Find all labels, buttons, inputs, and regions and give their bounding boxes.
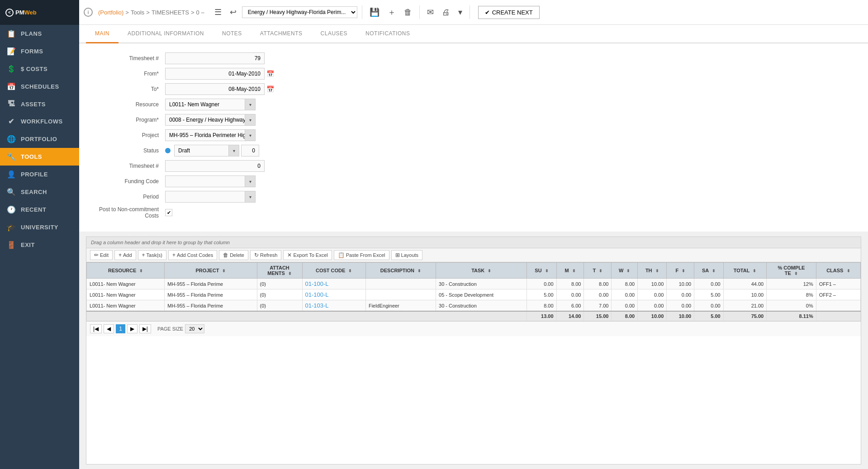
post-checkbox[interactable]: ✔: [165, 209, 172, 216]
from-input[interactable]: [165, 68, 265, 80]
record-dropdown[interactable]: Energy / Heavy Highway-Florida Perim...: [242, 6, 357, 18]
grid-paste-button[interactable]: 📋Paste From Excel: [334, 250, 389, 260]
post-row: Post to Non-commitment Costs ✔: [93, 206, 854, 219]
sidebar-item-university[interactable]: 🎓 UNIVERSITY: [0, 218, 79, 236]
page-prev-button[interactable]: ◀: [104, 324, 114, 333]
tab-additional[interactable]: Additional Information: [119, 25, 213, 43]
sidebar: < PMWeb 📋 PLANS📝 FORMS💲 $ COSTS📅 SCHEDUL…: [0, 0, 79, 469]
grid-refresh-button[interactable]: ↻Refresh: [250, 250, 282, 260]
sidebar-item-search[interactable]: 🔍 SEARCH: [0, 183, 79, 201]
sidebar-item-profile[interactable]: 👤 PROFILE: [0, 166, 79, 183]
save-button[interactable]: 💾: [367, 5, 382, 19]
sidebar-item-exit[interactable]: 🚪 EXIT: [0, 236, 79, 254]
cell-attachments: (0): [257, 279, 302, 289]
grid-delete-button[interactable]: 🗑Delete: [219, 250, 248, 260]
sidebar-item-portfolio[interactable]: 🌐 PORTFOLIO: [0, 130, 79, 148]
col-f: F ⬍: [667, 263, 694, 279]
info-icon[interactable]: i: [84, 8, 93, 17]
cost-code-link[interactable]: 01-100-L: [305, 291, 329, 298]
sidebar-item-costs[interactable]: 💲 $ COSTS: [0, 60, 79, 78]
resource-select[interactable]: L0011- Nem Wagner: [165, 99, 256, 110]
page-first-button[interactable]: |◀: [90, 324, 102, 333]
email-button[interactable]: ✉: [424, 5, 436, 19]
from-calendar-icon[interactable]: 📅: [266, 70, 274, 77]
drag-header: Drag a column header and drop it here to…: [86, 237, 861, 248]
timesheet-input[interactable]: [165, 52, 265, 64]
breadcrumb-portfolio[interactable]: (Portfolio): [98, 9, 123, 16]
totals-row: 13.00 14.00 15.00 8.00 10.00 10.00 5.00 …: [87, 311, 861, 321]
sidebar-item-plans[interactable]: 📋 PLANS: [0, 25, 79, 43]
grid-table-wrap[interactable]: RESOURCE ⬍ PROJECT ⬍ ATTACHMENTS ⬍ COST …: [86, 262, 861, 321]
tab-attachments[interactable]: Attachments: [251, 25, 312, 43]
totals-su: 13.00: [527, 311, 556, 321]
sidebar-item-assets[interactable]: 🏗 ASSETS: [0, 95, 79, 113]
cell-attachments: (0): [257, 300, 302, 312]
form-area: Timesheet # From* 📅 To* 📅 Resource L0011…: [79, 43, 868, 232]
col-sort-class: ⬍: [847, 269, 850, 273]
print-button[interactable]: 🖨: [439, 6, 453, 19]
grid-edit-button[interactable]: ✏Edit: [90, 250, 113, 260]
funding-select[interactable]: [165, 175, 256, 187]
logo-web: Web: [24, 9, 37, 16]
cell-total: 10.00: [723, 289, 766, 300]
page-size-label: PAGE SIZE: [157, 326, 183, 332]
grid-export-button[interactable]: ✕Export To Excel: [283, 250, 332, 260]
check-icon: ✔: [485, 9, 490, 16]
tab-notes[interactable]: Notes: [213, 25, 251, 43]
page-last-button[interactable]: ▶|: [139, 324, 151, 333]
delete-button[interactable]: 🗑: [401, 6, 415, 19]
grid-layouts-button[interactable]: ⊞Layouts: [391, 250, 423, 260]
cost-code-link[interactable]: 01-100-L: [305, 280, 329, 287]
tab-main[interactable]: Main: [86, 25, 119, 43]
cost-code-link[interactable]: 01-103-L: [305, 302, 329, 309]
cell-cost-code[interactable]: 01-100-L: [302, 279, 365, 289]
status-select[interactable]: Draft: [174, 145, 239, 156]
table-row[interactable]: L0011- Nem Wagner MH-955 – Florida Perim…: [87, 300, 861, 312]
page-next-button[interactable]: ▶: [127, 324, 138, 333]
page-1-button[interactable]: 1: [116, 324, 125, 333]
table-row[interactable]: L0011- Nem Wagner MH-955 – Florida Perim…: [87, 289, 861, 300]
sidebar-item-tools[interactable]: 🔧 TOOLS: [0, 148, 79, 166]
page-size-select[interactable]: 20: [185, 324, 204, 333]
breadcrumb: (Portfolio) > Tools > TIMESHEETS > 0 –: [98, 9, 204, 16]
period-select[interactable]: [165, 191, 256, 203]
program-select[interactable]: 0008 - Energy / Heavy Highway: [165, 114, 256, 126]
col-sort-attach: ⬍: [288, 271, 292, 276]
sidebar-item-schedules[interactable]: 📅 SCHEDULES: [0, 78, 79, 95]
timesheet2-input[interactable]: [165, 160, 265, 172]
list-view-button[interactable]: ☰: [212, 5, 224, 19]
cell-m: 8.00: [556, 279, 584, 289]
col-th: TH ⬍: [638, 263, 667, 279]
cell-cost-code[interactable]: 01-103-L: [302, 300, 365, 312]
undo-button[interactable]: ↩: [227, 5, 239, 19]
costs-icon: 💲: [6, 65, 16, 73]
grid-task-button[interactable]: +Task(s): [138, 250, 166, 260]
totals-th: 10.00: [638, 311, 667, 321]
sidebar-item-recent[interactable]: 🕐 RECENT: [0, 201, 79, 218]
sidebar-label-schedules: SCHEDULES: [21, 83, 59, 90]
print-options-button[interactable]: ▾: [455, 5, 465, 19]
cell-project: MH-955 – Florida Perime: [165, 300, 257, 312]
sidebar-item-forms[interactable]: 📝 FORMS: [0, 43, 79, 60]
export-icon: ✕: [287, 252, 292, 258]
toolbar-sep2: [419, 5, 420, 19]
sidebar-item-workflows[interactable]: ✔ WORKFLOWS: [0, 113, 79, 130]
grid-add-cost-button[interactable]: +Add Cost Codes: [168, 250, 217, 260]
tab-notifications[interactable]: Notifications: [356, 25, 419, 43]
cell-w: 0.00: [612, 289, 638, 300]
to-calendar-icon[interactable]: 📅: [266, 85, 274, 93]
timesheet-label: Timesheet #: [93, 55, 165, 62]
project-select[interactable]: MH-955 – Florida Perimeter Highway: [165, 129, 256, 141]
to-input[interactable]: [165, 83, 265, 95]
recent-icon: 🕐: [6, 205, 16, 214]
add-button[interactable]: ＋: [385, 5, 398, 19]
cell-t: 0.00: [584, 289, 612, 300]
table-row[interactable]: L0011- Nem Wagner MH-955 – Florida Perim…: [87, 279, 861, 289]
create-next-button[interactable]: ✔ CREATE NEXT: [478, 6, 540, 19]
program-select-wrap: 0008 - Energy / Heavy Highway ▾: [165, 114, 256, 126]
tab-clauses[interactable]: Clauses: [312, 25, 357, 43]
cell-cost-code[interactable]: 01-100-L: [302, 289, 365, 300]
grid-add-button[interactable]: +Add: [114, 250, 136, 260]
status-num-input[interactable]: [241, 145, 259, 156]
col-sort-total: ⬍: [753, 269, 756, 273]
